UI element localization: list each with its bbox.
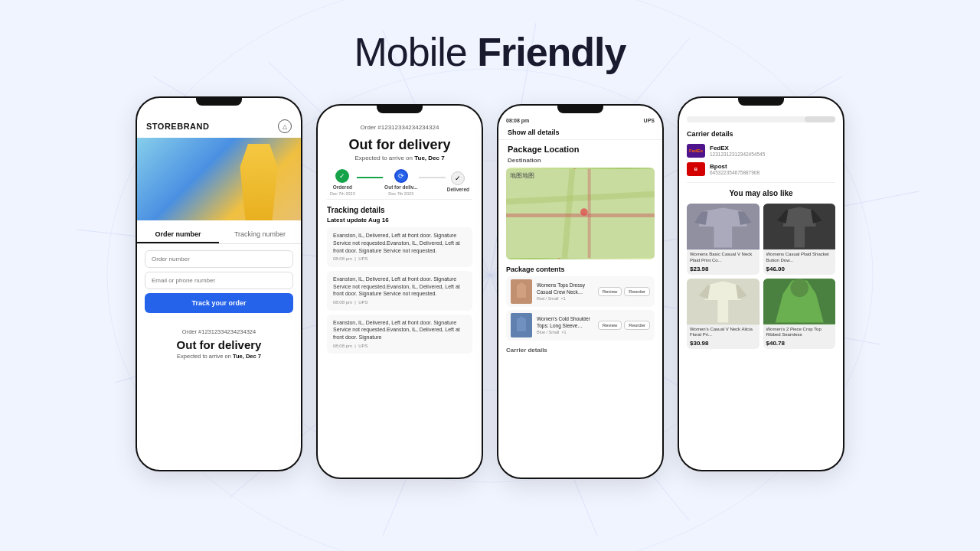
carrier-fedex: FedEx FedEX 12312312312342454545 bbox=[687, 144, 835, 158]
you-may-also-like: You may also like bbox=[687, 189, 835, 197]
product-4-name: Women's 2 Piece Crop Top Ribbed Seamless bbox=[766, 327, 833, 339]
order-number-input[interactable] bbox=[145, 250, 293, 268]
step-delivered-label: Delivered bbox=[447, 187, 469, 192]
user-avatar-icon[interactable]: △ bbox=[278, 119, 292, 133]
step-delivery-label: Out for deliv... bbox=[384, 184, 417, 190]
item-2-review-button[interactable]: Review bbox=[598, 321, 622, 330]
page-header: Mobile Friendly bbox=[354, 0, 626, 96]
product-2-name: Womens Casual Plaid Shacket Button Dow..… bbox=[766, 252, 833, 264]
event-3-meta: 08:08 pm | UPS bbox=[333, 343, 466, 349]
product-2: Womens Casual Plaid Shacket Button Dow..… bbox=[763, 204, 836, 275]
fedex-info: FedEX 12312312312342454545 bbox=[710, 145, 765, 157]
email-phone-input[interactable] bbox=[145, 272, 293, 289]
step-ordered-date: Dec 7th 2023 bbox=[330, 191, 355, 196]
status-title: Out for delivery bbox=[327, 137, 472, 153]
phone-4-notch bbox=[738, 98, 784, 106]
carrier-details-label: Carrier details bbox=[498, 344, 662, 354]
event-2-meta: 08:08 pm | UPS bbox=[333, 299, 466, 305]
item-1-reorder-button[interactable]: Reorder bbox=[624, 287, 650, 296]
step-delivered: ✓ Delivered bbox=[447, 171, 469, 194]
tracking-event-2: Evanston, IL, Delivered, Left at front d… bbox=[327, 271, 472, 311]
tracking-title: Tracking details bbox=[327, 206, 472, 214]
eta-prefix: Expected to arrive on bbox=[177, 353, 233, 360]
destination-label: Destination bbox=[498, 155, 662, 165]
progress-tracker: ✓ Ordered Dec 7th 2023 ⟳ Out for deliv..… bbox=[330, 169, 469, 196]
svg-rect-22 bbox=[588, 169, 591, 258]
hero-image bbox=[137, 138, 301, 220]
item-2-name: Women's Cold Shoulder Tops: Long Sleeve … bbox=[537, 316, 593, 329]
product-1: Womens Basic Casual V Neck Plaid Print C… bbox=[687, 204, 760, 275]
event-3-text: Evanston, IL, Delivered, Left at front d… bbox=[333, 320, 460, 341]
latest-update: Latest update Aug 16 bbox=[327, 217, 472, 223]
delivery-status: Out for delivery bbox=[137, 338, 301, 351]
tracking-section: Tracking details Latest update Aug 16 Ev… bbox=[327, 199, 472, 354]
item-2-thumbnail bbox=[511, 313, 532, 337]
progress-line-1 bbox=[357, 177, 383, 178]
product-2-image bbox=[763, 204, 836, 249]
item-1-thumbnail bbox=[511, 279, 532, 304]
carrier-details-title: Carrier details bbox=[687, 130, 835, 138]
tab-order-number[interactable]: Order number bbox=[137, 227, 219, 243]
phone-1-notch bbox=[196, 98, 242, 106]
bpost-logo: B bbox=[687, 162, 705, 176]
product-1-name: Womens Basic Casual V Neck Plaid Print C… bbox=[690, 252, 756, 264]
step-active-icon: ⟳ bbox=[394, 169, 408, 183]
tab-tracking-number[interactable]: Tracking number bbox=[219, 227, 301, 243]
phone-2: Order #12312334234234324 Out for deliver… bbox=[316, 104, 483, 479]
step-pending-icon: ✓ bbox=[451, 171, 465, 185]
svg-point-23 bbox=[580, 208, 588, 216]
phones-container: STOREBRAND △ Order number Tracking numbe… bbox=[113, 96, 867, 479]
phone-4-content: Carrier details FedEx FedEX 123123123123… bbox=[679, 106, 843, 349]
phone-1: STOREBRAND △ Order number Tracking numbe… bbox=[136, 96, 302, 471]
progress-line-2 bbox=[419, 177, 445, 178]
package-contents-title: Package contents bbox=[506, 266, 655, 273]
step-ordered-label: Ordered bbox=[333, 184, 352, 190]
title-regular: Mobile bbox=[354, 30, 478, 74]
item-2-actions: Review Reorder bbox=[598, 321, 650, 330]
fedex-logo: FedEx bbox=[687, 144, 705, 158]
item-2-info: Women's Cold Shoulder Tops: Long Sleeve … bbox=[537, 316, 593, 334]
tracking-event-1: Evanston, IL, Delivered, Left at front d… bbox=[327, 227, 472, 267]
bpost-name: Bpost bbox=[710, 163, 760, 170]
product-1-price: $23.98 bbox=[690, 266, 756, 272]
map-view: 地图地图 bbox=[506, 168, 655, 259]
fedex-name: FedEX bbox=[710, 145, 765, 152]
products-grid: Womens Basic Casual V Neck Plaid Print C… bbox=[687, 204, 835, 349]
product-3-info: Women's Casual V Neck Alicia Floral Pri.… bbox=[687, 324, 760, 350]
status-carrier: UPS bbox=[644, 118, 655, 123]
event-2-text: Evanston, IL, Delivered, Left at front d… bbox=[333, 276, 460, 297]
p2-eta: Expected to arrive on Tue, Dec 7 bbox=[327, 155, 472, 161]
svg-text:地图地图: 地图地图 bbox=[509, 172, 534, 179]
title-bold: Friendly bbox=[477, 30, 626, 74]
status-time: 08:08 pm bbox=[506, 118, 529, 123]
event-1-meta: 08:08 pm | UPS bbox=[333, 256, 466, 262]
item-1-actions: Review Reorder bbox=[598, 287, 650, 296]
eta-display: Expected to arrive on Tue, Dec 7 bbox=[137, 353, 301, 360]
product-2-info: Womens Casual Plaid Shacket Button Dow..… bbox=[763, 249, 836, 275]
item-1-review-button[interactable]: Review bbox=[598, 287, 622, 296]
show-all-details[interactable]: Show all details bbox=[498, 126, 662, 140]
product-1-image bbox=[687, 204, 760, 249]
product-3-image bbox=[687, 279, 760, 324]
product-4-info: Women's 2 Piece Crop Top Ribbed Seamless… bbox=[763, 324, 836, 350]
status-bar: 08:08 pm UPS bbox=[498, 113, 662, 126]
store-brand: STOREBRAND bbox=[146, 122, 209, 131]
product-3-price: $30.98 bbox=[690, 340, 756, 347]
step-out-for-delivery: ⟳ Out for deliv... Dec 7th 2023 bbox=[384, 169, 417, 196]
phone-4: Carrier details FedEx FedEX 123123123123… bbox=[678, 96, 844, 471]
item-2-variant: Blue / Small ×1 bbox=[537, 330, 593, 334]
divider bbox=[687, 182, 835, 183]
item-1-variant: Red / Small ×1 bbox=[537, 296, 593, 301]
item-2-reorder-button[interactable]: Reorder bbox=[624, 321, 650, 330]
phone-3-notch bbox=[557, 106, 603, 113]
item-1-name: Womens Tops Dressy Casual Crew Neck Plea… bbox=[537, 282, 593, 295]
tracking-event-3: Evanston, IL, Delivered, Left at front d… bbox=[327, 315, 472, 354]
eta-date: Tue, Dec 7 bbox=[233, 353, 261, 360]
step-ordered: ✓ Ordered Dec 7th 2023 bbox=[330, 169, 355, 196]
package-location-title: Package Location bbox=[498, 140, 662, 155]
phone-2-content: Order #12312334234234324 Out for deliver… bbox=[318, 113, 482, 354]
product-4-price: $40.78 bbox=[766, 340, 833, 347]
track-order-button[interactable]: Track your order bbox=[145, 293, 293, 313]
tab-bar: Order number Tracking number bbox=[137, 227, 301, 244]
order-number-display: Order #12312334234234324 bbox=[137, 328, 301, 335]
